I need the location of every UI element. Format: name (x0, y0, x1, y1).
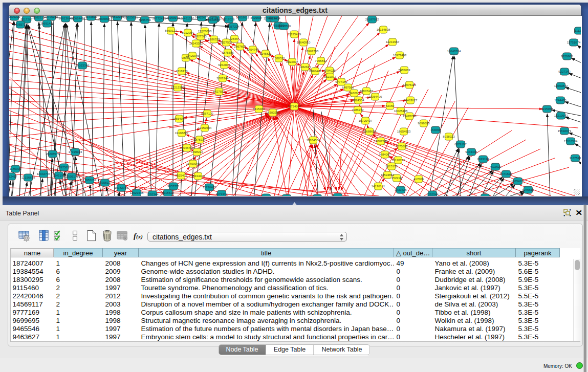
svg-text:19166827: 19166827 (175, 132, 189, 135)
svg-text:17016504: 17016504 (564, 140, 578, 143)
svg-text:9215612: 9215612 (162, 191, 174, 194)
svg-text:22420046: 22420046 (186, 54, 200, 57)
svg-text:20053346: 20053346 (76, 64, 90, 67)
svg-text:9242845: 9242845 (218, 63, 230, 67)
svg-text:12975115: 12975115 (403, 83, 417, 86)
svg-text:12942737: 12942737 (37, 172, 51, 176)
svg-text:1167533: 1167533 (570, 157, 581, 160)
svg-text:11325419: 11325419 (288, 33, 301, 36)
svg-text:7675692: 7675692 (396, 145, 408, 148)
svg-text:13226058: 13226058 (198, 30, 212, 33)
svg-text:8990448: 8990448 (309, 70, 321, 73)
svg-text:9327505: 9327505 (194, 35, 207, 38)
svg-text:12213389: 12213389 (171, 86, 185, 89)
svg-text:4143890: 4143890 (85, 16, 97, 18)
svg-text:14136141: 14136141 (372, 185, 385, 188)
svg-text:9217207: 9217207 (20, 18, 33, 21)
svg-text:4429607: 4429607 (250, 16, 263, 19)
svg-text:18640910: 18640910 (297, 41, 311, 44)
svg-text:6497568: 6497568 (342, 86, 354, 89)
svg-text:1621072: 1621072 (324, 75, 336, 78)
svg-text:8806804: 8806804 (98, 17, 111, 20)
svg-text:8427552: 8427552 (213, 90, 225, 93)
svg-text:8454749: 8454749 (247, 48, 259, 51)
svg-text:10688639: 10688639 (363, 130, 377, 133)
svg-text:1244415: 1244415 (554, 99, 567, 102)
svg-text:19654987: 19654987 (172, 117, 186, 120)
svg-text:7357224: 7357224 (227, 25, 239, 28)
svg-text:19218506: 19218506 (277, 25, 291, 28)
svg-text:20772475: 20772475 (153, 17, 166, 20)
svg-text:10807487: 10807487 (360, 90, 374, 93)
svg-text:16648784: 16648784 (447, 50, 461, 53)
svg-text:62160: 62160 (386, 104, 395, 107)
svg-text:9146821: 9146821 (259, 52, 272, 55)
svg-text:9699695: 9699695 (418, 122, 430, 125)
svg-text:9327508: 9327508 (220, 41, 232, 44)
svg-text:6217026: 6217026 (223, 18, 235, 21)
svg-text:10782759: 10782759 (115, 186, 128, 189)
svg-text:2933114: 2933114 (477, 158, 490, 161)
svg-text:10025438: 10025438 (394, 110, 408, 113)
svg-text:3215958: 3215958 (541, 107, 553, 111)
svg-text:16914409: 16914409 (191, 174, 205, 178)
svg-text:16409948: 16409948 (186, 162, 200, 165)
svg-text:12505175: 12505175 (65, 175, 79, 178)
svg-text:7955812: 7955812 (315, 59, 327, 62)
svg-text:10975857: 10975857 (57, 166, 71, 169)
svg-text:3875685: 3875685 (222, 51, 234, 54)
svg-text:26618611: 26618611 (236, 16, 250, 19)
svg-text:12353594: 12353594 (198, 126, 212, 129)
svg-text:1839221: 1839221 (9, 16, 20, 18)
svg-text:2986372: 2986372 (352, 108, 364, 112)
svg-text:1292544: 1292544 (426, 193, 439, 196)
svg-text:8813054: 8813054 (268, 17, 280, 20)
svg-text:20691406: 20691406 (40, 22, 54, 25)
svg-text:1185001: 1185001 (10, 167, 22, 170)
svg-text:18654923: 18654923 (397, 130, 411, 133)
svg-text:2718170: 2718170 (176, 70, 188, 73)
svg-text:9884067: 9884067 (379, 153, 391, 156)
svg-text:9215332: 9215332 (332, 195, 344, 196)
svg-text:20813640: 20813640 (59, 17, 73, 20)
svg-text:17957253: 17957253 (83, 179, 97, 182)
svg-text:9227343: 9227343 (558, 70, 571, 73)
svg-text:10654112: 10654112 (511, 180, 525, 183)
svg-text:2546: 2546 (231, 37, 238, 40)
svg-text:1733426: 1733426 (395, 188, 407, 191)
svg-text:5878334: 5878334 (193, 138, 206, 141)
svg-text:19832259: 19832259 (111, 16, 124, 18)
svg-text:1362615: 1362615 (299, 65, 311, 69)
svg-text:2867608: 2867608 (234, 45, 246, 48)
svg-text:1542334: 1542334 (479, 196, 491, 196)
svg-text:10973493: 10973493 (393, 54, 407, 57)
svg-text:20187682: 20187682 (365, 18, 379, 21)
svg-text:9329966: 9329966 (561, 55, 573, 58)
svg-text:18300295: 18300295 (266, 111, 280, 114)
svg-text:16120746: 16120746 (391, 159, 405, 162)
svg-text:1145191: 1145191 (53, 174, 66, 177)
svg-text:6879197: 6879197 (454, 143, 467, 146)
svg-text:9474444: 9474444 (465, 150, 477, 154)
svg-text:8938923: 8938923 (443, 135, 455, 138)
svg-text:15720407: 15720407 (359, 119, 373, 122)
svg-text:5682115: 5682115 (33, 16, 46, 19)
svg-text:16033809: 16033809 (206, 18, 220, 21)
svg-text:9777169: 9777169 (335, 80, 347, 83)
svg-text:18807249: 18807249 (374, 140, 388, 143)
svg-text:15692971: 15692971 (558, 129, 572, 133)
svg-text:16543362: 16543362 (189, 42, 203, 45)
svg-text:10046706: 10046706 (180, 146, 194, 149)
svg-text:164099: 164099 (430, 128, 441, 132)
svg-text:2066449: 2066449 (72, 17, 84, 20)
svg-text:26206576: 26206576 (46, 152, 60, 156)
svg-text:19358117: 19358117 (98, 181, 112, 184)
svg-text:19463627: 19463627 (404, 99, 418, 102)
svg-text:8186328: 8186328 (208, 38, 220, 41)
svg-text:14055724: 14055724 (14, 23, 28, 26)
svg-text:17339924: 17339924 (69, 150, 82, 154)
svg-text:8912954: 8912954 (182, 31, 194, 34)
svg-text:1588520: 1588520 (273, 57, 285, 60)
svg-text:1292344: 1292344 (146, 193, 159, 196)
svg-text:8396759: 8396759 (139, 18, 151, 21)
